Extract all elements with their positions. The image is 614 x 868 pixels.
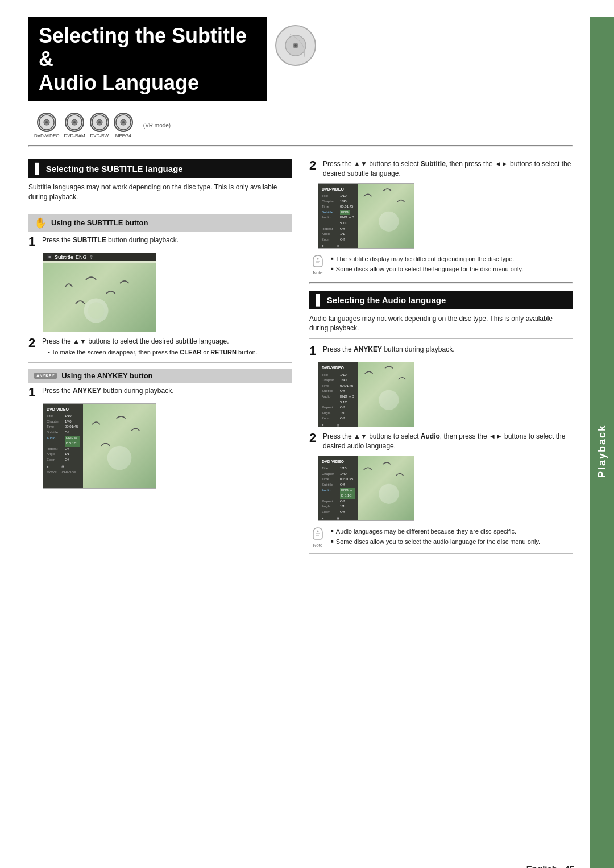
subtitle-step-2: 2 Press the ▲▼ buttons to select the des… bbox=[28, 337, 292, 357]
mid-divider bbox=[309, 282, 573, 284]
seagull-svg-subtitle bbox=[358, 184, 414, 248]
note-icon-2: Note bbox=[309, 526, 326, 548]
note-icon-1: Note bbox=[309, 253, 326, 275]
divider-3 bbox=[309, 338, 573, 339]
dvd-background-subtitle bbox=[358, 184, 414, 248]
right-column: 2 Press the ▲▼ buttons to select Subtitl… bbox=[309, 154, 573, 560]
subtitle-button-header: ✋ Using the SUBTITLE button bbox=[28, 214, 292, 232]
svg-point-3 bbox=[294, 44, 297, 47]
format-dvd-video: DVD-VIDEO bbox=[34, 113, 59, 138]
dvd-background-audio2 bbox=[358, 456, 414, 520]
svg-point-17 bbox=[88, 302, 105, 319]
divider-2 bbox=[28, 362, 292, 363]
note-symbol-2 bbox=[310, 526, 326, 542]
audio-notes-content: Audio languages may be different because… bbox=[331, 526, 540, 548]
audio-step-1: 1 Press the ANYKEY button during playbac… bbox=[309, 345, 573, 357]
svg-point-20 bbox=[317, 258, 319, 259]
dvd-panel-anykey: DVD-VIDEO Title1/10 Chapter1/40 Time00:0… bbox=[43, 404, 83, 488]
page-container: Selecting the Subtitle & Audio Language bbox=[0, 0, 614, 868]
dvd-background-audio1 bbox=[358, 362, 414, 427]
title-section: Selecting the Subtitle & Audio Language bbox=[28, 17, 573, 101]
screenshot-audio-select: DVD-VIDEO Title1/10 Chapter1/40 Time00:0… bbox=[318, 456, 414, 521]
format-icons-row: DVD-VIDEO DVD-RAM bbox=[34, 113, 573, 138]
dvd-panel-audio1: DVD-VIDEO Title1/10 Chapter1/40 Time00:0… bbox=[318, 362, 358, 427]
header-divider bbox=[28, 145, 573, 147]
dvd-background-anykey bbox=[83, 404, 156, 488]
svg-point-6 bbox=[45, 121, 48, 123]
svg-point-22 bbox=[379, 484, 399, 504]
screenshot-audio-anykey: DVD-VIDEO Title1/10 Chapter1/40 Time00:0… bbox=[318, 362, 414, 427]
page-title: Selecting the Subtitle & Audio Language bbox=[28, 17, 267, 101]
screenshot-subtitle-bar: ≡ Subtitle ENG ⇕ bbox=[43, 253, 156, 332]
seagull-svg-anykey bbox=[83, 407, 156, 489]
vr-mode-label: (VR mode) bbox=[143, 122, 171, 129]
note-symbol bbox=[310, 253, 326, 269]
anykey-button-header: ANYKEY Using the ANYKEY button bbox=[28, 369, 292, 383]
format-dvd-rw: DVD-RW bbox=[90, 113, 109, 138]
footer-divider bbox=[309, 553, 573, 554]
svg-point-21 bbox=[379, 390, 399, 410]
format-mpeg4: MPEG4 bbox=[114, 113, 133, 138]
hand-icon: ✋ bbox=[34, 217, 47, 229]
main-content: Selecting the Subtitle & Audio Language bbox=[0, 17, 590, 868]
playback-tab: Playback bbox=[590, 17, 614, 868]
two-column-layout: ▌ Selecting the SUBTITLE language Subtit… bbox=[28, 154, 573, 560]
audio-notes: Note Audio languages may be different be… bbox=[309, 526, 573, 548]
subtitle-notes: Note The subtitle display may be differe… bbox=[309, 253, 573, 275]
dvd-panel-audio2: DVD-VIDEO Title1/10 Chapter1/40 Time00:0… bbox=[318, 456, 358, 520]
anykey-step-1: 1 Press the ANYKEY button during playbac… bbox=[28, 386, 292, 399]
screenshot-subtitle-select: DVD-VIDEO Title1/10 Chapter1/40 Time00:0… bbox=[318, 183, 414, 249]
left-column: ▌ Selecting the SUBTITLE language Subtit… bbox=[28, 154, 292, 560]
svg-point-18 bbox=[107, 446, 132, 470]
format-dvd-ram: DVD-RAM bbox=[64, 113, 85, 138]
seagull-svg-audio2 bbox=[358, 456, 414, 520]
subtitle-notes-content: The subtitle display may be different de… bbox=[331, 253, 523, 275]
subtitle-section-header: ▌ Selecting the SUBTITLE language bbox=[28, 159, 292, 178]
page-footer: English - 45 bbox=[526, 864, 574, 868]
svg-point-23 bbox=[317, 530, 319, 532]
svg-point-15 bbox=[122, 121, 125, 123]
anykey-subtitle-step-2: 2 Press the ▲▼ buttons to select Subtitl… bbox=[309, 159, 573, 179]
svg-point-12 bbox=[98, 121, 101, 123]
seagull-svg-1 bbox=[43, 266, 156, 332]
disc-icon bbox=[273, 23, 318, 68]
divider-1 bbox=[28, 208, 292, 208]
audio-description: Audio languages may not work depending o… bbox=[309, 314, 573, 333]
subtitle-description: Subtitle languages may not work dependin… bbox=[28, 183, 292, 202]
audio-section-header: ▌ Selecting the Audio language bbox=[309, 291, 573, 309]
subtitle-bar: ≡ Subtitle ENG ⇕ bbox=[43, 253, 156, 261]
screenshot-anykey: DVD-VIDEO Title1/10 Chapter1/40 Time00:0… bbox=[43, 403, 156, 489]
audio-step-2: 2 Press the ▲▼ buttons to select Audio, … bbox=[309, 432, 573, 451]
anykey-label-icon: ANYKEY bbox=[34, 373, 57, 379]
subtitle-step-1: 1 Press the SUBTITLE button during playb… bbox=[28, 235, 292, 248]
seagull-svg-audio1 bbox=[358, 362, 414, 427]
dvd-background-1 bbox=[43, 263, 156, 332]
svg-point-9 bbox=[73, 121, 76, 123]
dvd-panel-subtitle: DVD-VIDEO Title1/10 Chapter1/40 Time00:0… bbox=[318, 184, 358, 248]
svg-point-19 bbox=[379, 211, 399, 231]
